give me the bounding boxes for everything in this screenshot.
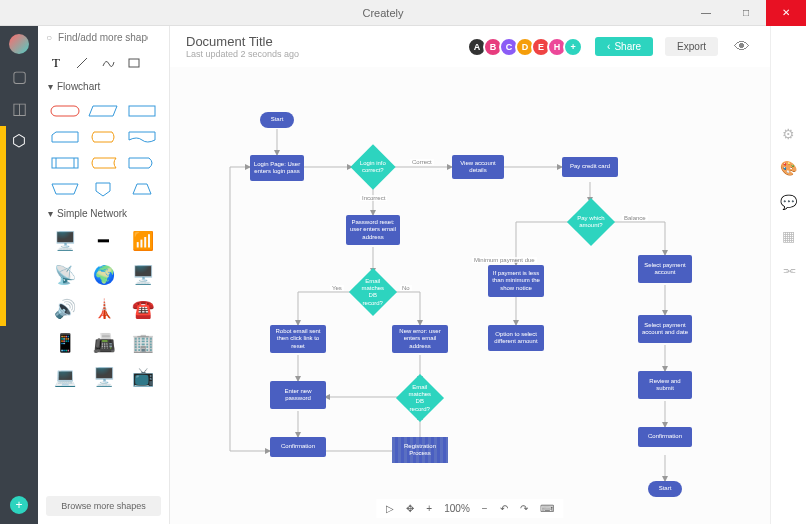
net-laptop[interactable]: 💻: [48, 363, 81, 391]
net-globe[interactable]: 🌍: [87, 261, 120, 289]
label-no: No: [400, 285, 412, 291]
maximize-button[interactable]: □: [726, 0, 766, 26]
category-network[interactable]: ▾ Simple Network: [38, 204, 169, 223]
bottom-toolbar: ▷ ✥ + 100% − ↶ ↷ ⌨: [376, 499, 563, 518]
label-yes: Yes: [330, 285, 344, 291]
redo-icon[interactable]: ↷: [520, 503, 528, 514]
minimize-button[interactable]: —: [686, 0, 726, 26]
category-flowchart[interactable]: ▾ Flowchart: [38, 77, 169, 96]
net-cable[interactable]: ━: [87, 227, 120, 255]
node-select-date[interactable]: Select payment account and date: [638, 315, 692, 343]
node-option-select[interactable]: Option to select different amount: [488, 325, 544, 351]
canvas[interactable]: Start Login Page: User enters login pass…: [170, 67, 770, 524]
label-incorrect: Incorrect: [360, 195, 387, 201]
text-tool[interactable]: T: [48, 55, 64, 71]
nav-shapes-icon[interactable]: ⬡: [9, 130, 29, 150]
line-tool[interactable]: [74, 55, 90, 71]
svg-rect-2: [51, 106, 79, 116]
node-new-error[interactable]: New error: user enters email address: [392, 325, 448, 353]
shape-predefined[interactable]: [48, 152, 82, 174]
net-mobile[interactable]: 📱: [48, 329, 81, 357]
keyboard-icon[interactable]: ⌨: [540, 503, 554, 514]
avatar-add[interactable]: +: [563, 37, 583, 57]
close-button[interactable]: ✕: [766, 0, 806, 26]
node-confirmation-2[interactable]: Confirmation: [638, 427, 692, 447]
net-server[interactable]: 🖥️: [48, 227, 81, 255]
label-correct: Correct: [410, 159, 434, 165]
doc-title[interactable]: Document Title: [186, 34, 459, 49]
pan-tool-icon[interactable]: ✥: [406, 503, 414, 514]
shape-data[interactable]: [86, 100, 120, 122]
net-tower[interactable]: 🗼: [87, 295, 120, 323]
node-pay-credit[interactable]: Pay credit card: [562, 157, 618, 177]
node-review[interactable]: Review and submit: [638, 371, 692, 399]
grid-icon[interactable]: ▦: [782, 228, 795, 244]
cursor-tool-icon[interactable]: ▷: [386, 503, 394, 514]
shape-manual[interactable]: [48, 178, 82, 200]
node-email-matches-2[interactable]: Email matches DB record?: [396, 374, 444, 422]
search-input[interactable]: [58, 32, 148, 43]
shape-display[interactable]: [86, 126, 120, 148]
node-email-matches-1[interactable]: Email matches DB record?: [349, 268, 397, 316]
node-if-payment[interactable]: If payment is less than minimum the show…: [488, 265, 544, 297]
node-start-2[interactable]: Start: [648, 481, 682, 497]
net-router[interactable]: 📶: [126, 227, 159, 255]
shape-process[interactable]: [125, 100, 159, 122]
search-icon: ○: [46, 32, 52, 43]
titlebar: Creately — □ ✕: [0, 0, 806, 26]
nav-folder-icon[interactable]: ▢: [9, 66, 29, 86]
doc-subtitle: Last updated 2 seconds ago: [186, 49, 459, 59]
right-rail: ⚙ 🎨 💬 ▦ ⫘: [770, 26, 806, 524]
net-monitor[interactable]: 🖥️: [87, 363, 120, 391]
node-registration[interactable]: Registration Process: [392, 437, 448, 463]
palette-icon[interactable]: 🎨: [780, 160, 797, 176]
zoom-in-icon[interactable]: +: [426, 503, 432, 514]
accent-strip: [0, 126, 6, 326]
zoom-out-icon[interactable]: −: [482, 503, 488, 514]
svg-rect-3: [129, 106, 155, 116]
node-view-account[interactable]: View account details: [452, 155, 504, 179]
export-button[interactable]: Export: [665, 37, 718, 56]
net-desktop[interactable]: 🖥️: [126, 261, 159, 289]
settings-icon[interactable]: ⚙: [782, 126, 795, 142]
node-pay-which[interactable]: Pay which amount?: [567, 198, 615, 246]
node-start[interactable]: Start: [260, 112, 294, 128]
doc-header: Document Title Last updated 2 seconds ag…: [170, 26, 770, 67]
net-phone[interactable]: ☎️: [126, 295, 159, 323]
shape-stored[interactable]: [86, 152, 120, 174]
shape-merge[interactable]: [125, 178, 159, 200]
preview-icon[interactable]: 👁: [730, 35, 754, 59]
node-robot-email[interactable]: Robot email sent then click link to rese…: [270, 325, 326, 353]
net-screen[interactable]: 📺: [126, 363, 159, 391]
rect-tool[interactable]: [126, 55, 142, 71]
freehand-tool[interactable]: [100, 55, 116, 71]
share-button[interactable]: ‹ Share: [595, 37, 653, 56]
left-nav-rail: ▢ ◫ ⬡: [0, 26, 38, 524]
undo-icon[interactable]: ↶: [500, 503, 508, 514]
shape-card[interactable]: [48, 126, 82, 148]
net-fax[interactable]: 📠: [87, 329, 120, 357]
comment-icon[interactable]: 💬: [780, 194, 797, 210]
shapes-sidebar: ○ T ▾ Flowchart ▾ Simple Network 🖥️: [38, 26, 170, 524]
node-enter-new[interactable]: Enter new password: [270, 381, 326, 409]
browse-more-button[interactable]: Browse more shapes: [46, 496, 161, 516]
net-satellite[interactable]: 📡: [48, 261, 81, 289]
shape-offpage[interactable]: [86, 178, 120, 200]
svg-line-0: [77, 58, 87, 68]
node-confirmation-1[interactable]: Confirmation: [270, 437, 326, 457]
collaborator-avatars: A B C D E H +: [471, 37, 583, 57]
shape-terminator[interactable]: [48, 100, 82, 122]
node-password-reset[interactable]: Password reset: user enters email addres…: [346, 215, 400, 245]
zoom-level[interactable]: 100%: [444, 503, 470, 514]
node-login-page[interactable]: Login Page: User enters login pass: [250, 155, 304, 181]
app-title: Creately: [80, 7, 686, 19]
shape-delay[interactable]: [125, 152, 159, 174]
share-icon[interactable]: ⫘: [782, 262, 796, 278]
label-min-due: Minimum payment due: [472, 257, 537, 263]
net-speaker[interactable]: 🔊: [48, 295, 81, 323]
nav-image-icon[interactable]: ◫: [9, 98, 29, 118]
node-login-correct[interactable]: Login info correct?: [350, 144, 395, 189]
net-building[interactable]: 🏢: [126, 329, 159, 357]
shape-document[interactable]: [125, 126, 159, 148]
node-select-payment[interactable]: Select payment account: [638, 255, 692, 283]
